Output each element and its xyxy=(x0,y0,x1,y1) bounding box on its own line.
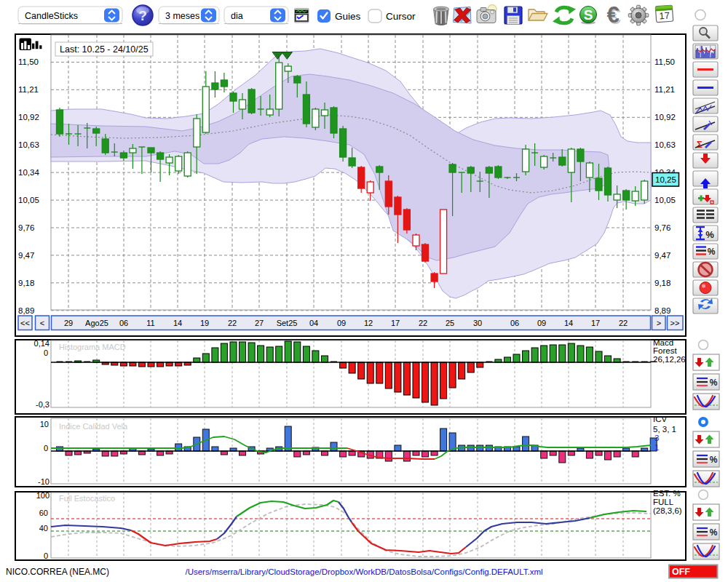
svg-text:dia: dia xyxy=(231,11,243,21)
svg-text:22: 22 xyxy=(419,319,427,327)
svg-text:10,05: 10,05 xyxy=(18,196,39,204)
svg-text:(28,3,6): (28,3,6) xyxy=(653,506,682,515)
svg-text:22: 22 xyxy=(228,319,237,327)
svg-text:17: 17 xyxy=(391,319,400,327)
svg-text:19: 19 xyxy=(200,319,209,327)
svg-text:9,47: 9,47 xyxy=(18,251,34,260)
svg-text:OFF: OFF xyxy=(672,567,690,577)
svg-text:CandleSticks: CandleSticks xyxy=(25,11,78,21)
svg-text:%: % xyxy=(710,527,718,538)
svg-text:0: 0 xyxy=(44,348,48,357)
svg-text:10,05: 10,05 xyxy=(654,196,676,204)
svg-text:3 meses: 3 meses xyxy=(165,11,199,21)
svg-text:17: 17 xyxy=(591,319,600,327)
svg-text:11,50: 11,50 xyxy=(654,57,675,66)
svg-text:%: % xyxy=(710,455,718,465)
svg-text:22: 22 xyxy=(619,319,628,327)
svg-text:%: % xyxy=(710,378,718,388)
svg-text:06: 06 xyxy=(510,319,519,327)
svg-text:%: % xyxy=(708,247,716,257)
svg-text:60: 60 xyxy=(39,509,48,517)
svg-text:<<: << xyxy=(20,319,30,327)
svg-text:17: 17 xyxy=(659,9,670,21)
svg-text:26,12,26: 26,12,26 xyxy=(653,355,686,364)
svg-text:Indice Calidad Vela: Indice Calidad Vela xyxy=(59,422,128,431)
svg-text:10,92: 10,92 xyxy=(18,113,39,121)
svg-text:14: 14 xyxy=(564,319,573,327)
svg-text:30: 30 xyxy=(473,319,482,327)
svg-text:0: 0 xyxy=(44,444,48,453)
svg-text:NICO.CORREA (NEA.MC): NICO.CORREA (NEA.MC) xyxy=(6,567,109,577)
svg-text:ICV: ICV xyxy=(653,415,668,423)
svg-text:EST. %: EST. % xyxy=(653,489,681,498)
svg-text:100: 100 xyxy=(36,491,50,500)
svg-text:Set25: Set25 xyxy=(277,319,298,327)
svg-text:9,76: 9,76 xyxy=(18,223,34,232)
svg-text:25: 25 xyxy=(446,319,454,327)
svg-text:8,89: 8,89 xyxy=(18,306,34,315)
svg-text:Histograma MACD: Histograma MACD xyxy=(59,343,126,351)
svg-text:9,18: 9,18 xyxy=(654,279,670,287)
svg-text:9,18: 9,18 xyxy=(18,279,34,287)
svg-text:-0,3: -0,3 xyxy=(36,400,50,409)
svg-text:29: 29 xyxy=(64,319,73,327)
svg-text:?: ? xyxy=(138,8,147,23)
svg-text:€: € xyxy=(606,2,619,28)
svg-text:Forest: Forest xyxy=(653,346,677,355)
svg-text:>>: >> xyxy=(670,319,680,327)
svg-text:%: % xyxy=(705,229,714,240)
svg-text:<: < xyxy=(40,319,44,327)
svg-text:9,76: 9,76 xyxy=(654,223,670,232)
svg-text:>: > xyxy=(657,319,661,327)
svg-text:3: 3 xyxy=(654,434,659,442)
svg-text:9,47: 9,47 xyxy=(654,251,670,260)
svg-text:Last: 10.25 - 24/10/25: Last: 10.25 - 24/10/25 xyxy=(60,44,149,55)
svg-text:09: 09 xyxy=(337,319,346,327)
svg-text:27: 27 xyxy=(255,319,264,327)
svg-text:11: 11 xyxy=(146,319,154,327)
svg-text:11,50: 11,50 xyxy=(18,57,39,66)
svg-text:Σ: Σ xyxy=(697,139,703,150)
svg-text:09: 09 xyxy=(537,319,546,327)
svg-text:04: 04 xyxy=(309,319,318,327)
svg-text:10,34: 10,34 xyxy=(18,168,39,177)
svg-text:12: 12 xyxy=(364,319,373,327)
svg-text:1: 1 xyxy=(654,443,659,452)
svg-text:Full Estocastico: Full Estocastico xyxy=(59,494,115,503)
svg-text:10,63: 10,63 xyxy=(654,140,676,149)
svg-text:FULL: FULL xyxy=(653,498,674,506)
svg-text:40: 40 xyxy=(39,524,48,533)
svg-text:Guies: Guies xyxy=(335,11,361,22)
svg-text:/Users/mserra/Library/CloudSto: /Users/mserra/Library/CloudStorage/Dropb… xyxy=(185,567,542,576)
svg-text:14: 14 xyxy=(173,319,182,327)
svg-text:0,14: 0,14 xyxy=(34,339,50,348)
svg-text:11,21: 11,21 xyxy=(654,85,675,94)
svg-text:0: 0 xyxy=(44,551,48,560)
svg-text:10,63: 10,63 xyxy=(18,140,39,149)
svg-text:8,89: 8,89 xyxy=(654,306,670,315)
svg-text:5, 3, 1: 5, 3, 1 xyxy=(653,425,676,434)
svg-text:Macd: Macd xyxy=(653,338,673,347)
svg-text:S: S xyxy=(584,7,593,23)
svg-text:11,21: 11,21 xyxy=(18,85,39,94)
svg-text:10,25: 10,25 xyxy=(655,175,676,184)
svg-text:10,92: 10,92 xyxy=(654,113,676,121)
svg-text:06: 06 xyxy=(119,319,128,327)
svg-text:10: 10 xyxy=(40,420,49,428)
svg-text:-10: -10 xyxy=(38,477,50,486)
svg-text:Cursor: Cursor xyxy=(386,11,416,22)
svg-text:Ago25: Ago25 xyxy=(85,319,108,327)
